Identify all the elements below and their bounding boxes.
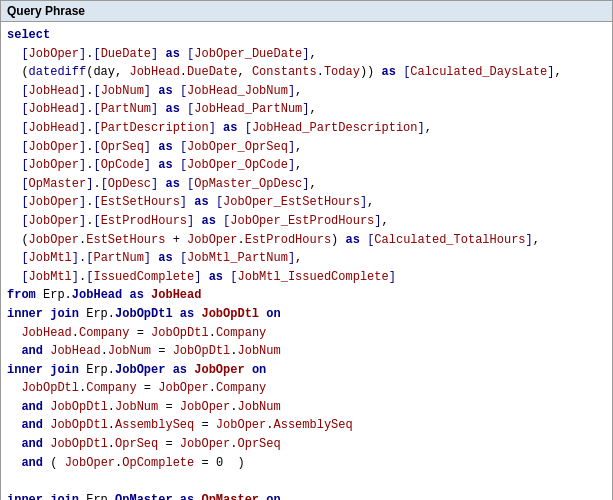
code-display[interactable]: select [JobOper].[DueDate] as [JobOper_D…	[1, 22, 612, 500]
panel-title: Query Phrase	[1, 1, 612, 22]
query-phrase-panel: Query Phrase select [JobOper].[DueDate] …	[0, 0, 613, 500]
